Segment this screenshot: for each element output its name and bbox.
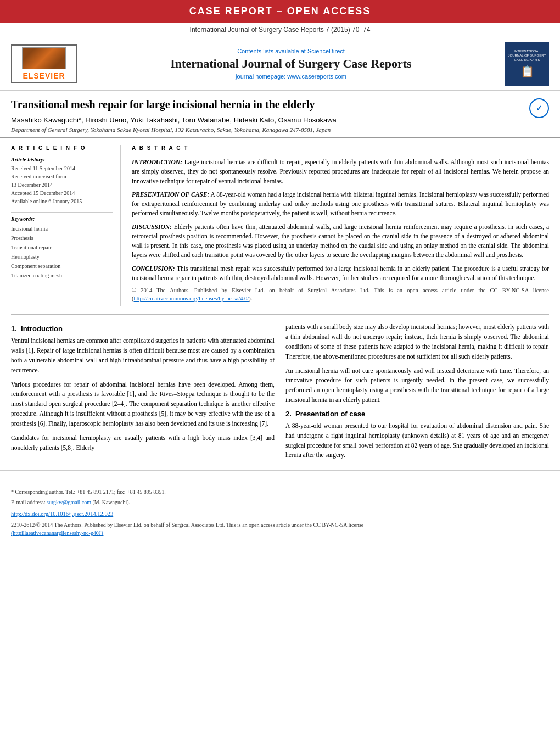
presentation-heading: 2. Presentation of case — [285, 410, 549, 418]
footer-divider — [11, 483, 549, 483]
elsevier-logo: ELSEVIER — [11, 44, 82, 83]
journal-header: ELSEVIER Contents lists available at Sci… — [0, 37, 560, 91]
homepage-prefix: journal homepage: — [236, 73, 287, 80]
article-title: Transitional mesh repair for large incis… — [11, 97, 524, 111]
keywords-list: Incisional hernia Prosthesis Transitiona… — [11, 224, 113, 280]
intro-para-2: Various procedures for repair of abdomin… — [11, 380, 275, 429]
article-info-header: A R T I C L E I N F O — [11, 145, 113, 153]
abstract-intro-label: INTRODUCTION: — [132, 159, 182, 165]
article-history: Article history: Received 11 September 2… — [11, 157, 113, 205]
affiliation: Department of General Surgery, Yokohama … — [11, 126, 524, 133]
corresponding-author-text: * Corresponding author. Tel.: +81 45 891… — [11, 489, 166, 495]
history-items: Received 11 September 2014 Received in r… — [11, 164, 113, 205]
corresponding-author-note: * Corresponding author. Tel.: +81 45 891… — [11, 488, 549, 496]
main-content: 1. Introduction Ventral incisional herni… — [0, 322, 560, 465]
email-note: E-mail address: surgkw@gmail.com (M. Kaw… — [11, 498, 549, 506]
copyright-line: 2210-2612/© 2014 The Authors. Published … — [11, 521, 549, 537]
copyright-text: 2210-2612/© 2014 The Authors. Published … — [11, 522, 363, 528]
contents-prefix: Contents lists available at — [237, 48, 307, 54]
article-info-column: A R T I C L E I N F O Article history: R… — [11, 145, 121, 306]
journal-right-logo: INTERNATIONAL JOURNAL OF SURGERY CASE RE… — [500, 42, 549, 86]
authors: Masahiko Kawaguchi*, Hiroshi Ueno, Yuki … — [11, 116, 524, 124]
history-label: Article history: — [11, 157, 113, 163]
journal-volume-line: International Journal of Surgery Case Re… — [0, 23, 560, 35]
cc-license-link[interactable]: http://creativecommons.org/licenses/by-n… — [134, 295, 249, 302]
intro-right-para-1: patients with a small body size may also… — [285, 322, 549, 361]
abstract-header: A B S T R A C T — [132, 145, 549, 153]
abstract-discussion: DISCUSSION: Elderly patients often have … — [132, 222, 549, 260]
case-report-banner: CASE REPORT – OPEN ACCESS — [0, 0, 560, 23]
journal-volume-text: International Journal of Surgery Case Re… — [190, 26, 371, 34]
abstract-discussion-label: DISCUSSION: — [132, 224, 172, 230]
email-link[interactable]: surgkw@gmail.com — [47, 499, 91, 505]
logo-box: ELSEVIER — [11, 44, 77, 83]
sciencedirect-link[interactable]: ScienceDirect — [307, 48, 345, 54]
main-right-column: patients with a small body size may also… — [285, 322, 549, 465]
email-suffix: (M. Kawaguchi). — [92, 499, 130, 505]
keywords-section: Keywords: Incisional hernia Prosthesis T… — [11, 212, 113, 280]
abstract-presentation: PRESENTATION OF CASE: A 88-year-old woma… — [132, 190, 549, 219]
license-link[interactable]: (httpillaeativecananarglienseshy-nc-g40J… — [11, 530, 103, 536]
journal-title: International Journal of Surgery Case Re… — [82, 57, 500, 71]
intro-para-3: Candidates for incisional hernioplasty a… — [11, 433, 275, 453]
keywords-label: Keywords: — [11, 216, 113, 222]
elsevier-image — [22, 47, 66, 69]
right-logo-box: INTERNATIONAL JOURNAL OF SURGERY CASE RE… — [505, 42, 549, 86]
right-logo-icon: 📋 — [520, 65, 534, 78]
article-body: A R T I C L E I N F O Article history: R… — [0, 138, 560, 306]
journal-title-center: Contents lists available at ScienceDirec… — [82, 48, 500, 80]
introduction-heading: 1. Introduction — [11, 325, 275, 333]
homepage-line: journal homepage: www.casereports.com — [82, 73, 500, 80]
abstract-copyright: © 2014 The Authors. Published by Elsevie… — [132, 287, 549, 303]
email-label: E-mail address: — [11, 499, 47, 505]
intro-right-para-2: An incisional hernia will not cure spont… — [285, 366, 549, 405]
main-left-column: 1. Introduction Ventral incisional herni… — [11, 322, 275, 465]
intro-para-1: Ventral incisional hernias are common af… — [11, 336, 275, 375]
doi-link[interactable]: http://dx.doi.org/10.1016/j.ijscr.2014.1… — [11, 511, 113, 517]
section-divider — [11, 314, 549, 315]
footer-section: * Corresponding author. Tel.: +81 45 891… — [0, 470, 560, 545]
elsevier-text: ELSEVIER — [23, 71, 65, 80]
abstract-conclusion: CONCLUSION: This transitional mesh repai… — [132, 264, 549, 283]
homepage-link[interactable]: www.casereports.com — [287, 73, 346, 80]
article-title-section: Transitional mesh repair for large incis… — [0, 91, 560, 138]
abstract-conclusion-label: CONCLUSION: — [132, 265, 175, 272]
abstract-presentation-label: PRESENTATION OF CASE: — [132, 191, 209, 198]
right-logo-title: INTERNATIONAL JOURNAL OF SURGERY CASE RE… — [507, 49, 547, 62]
doi-line[interactable]: http://dx.doi.org/10.1016/j.ijscr.2014.1… — [11, 510, 549, 518]
abstract-column: A B S T R A C T INTRODUCTION: Large inci… — [132, 145, 549, 306]
presentation-para-1: A 88-year-old woman presented to our hos… — [285, 421, 549, 460]
crossmark-icon[interactable]: ✓ — [529, 98, 549, 118]
abstract-introduction: INTRODUCTION: Large incisional hernias a… — [132, 158, 549, 186]
contents-line: Contents lists available at ScienceDirec… — [82, 48, 500, 54]
